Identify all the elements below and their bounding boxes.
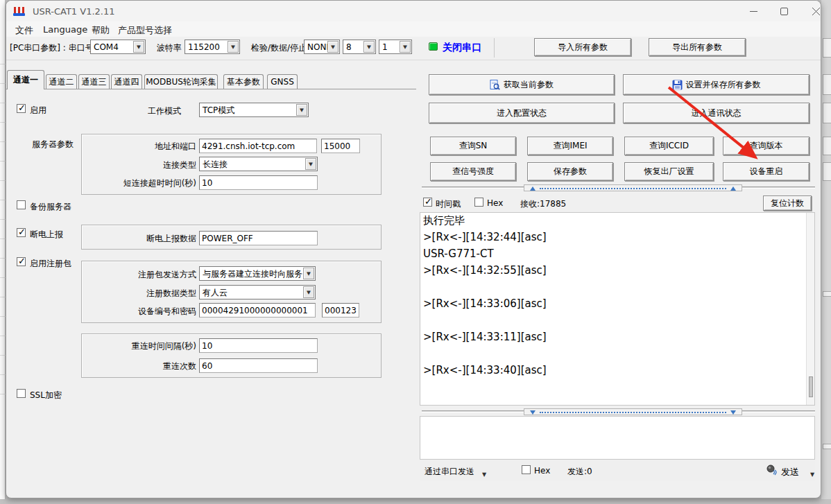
export-all-params-button[interactable]: 导出所有参数 (649, 38, 746, 56)
reg-mode-select[interactable]: 与服务器建立连接时向服务 (199, 266, 316, 281)
parity-select[interactable]: NONI (304, 40, 340, 54)
title-bar: USR-CAT1 V1.2.11 (6, 1, 821, 21)
enable-label: 启用 (30, 105, 46, 116)
reconnect-count-label: 重连次数 (113, 360, 196, 372)
chevron-down-icon[interactable] (327, 41, 339, 53)
log-hex-label: Hex (487, 198, 503, 208)
toolbar-separator (494, 38, 495, 58)
log-line (423, 314, 798, 331)
tab-channel-4[interactable]: 通道四 (111, 74, 142, 89)
query-imei-button[interactable]: 查询IMEI (527, 137, 613, 155)
recv-count: 接收:17885 (520, 198, 566, 210)
reconnect-interval-label: 重连时间间隔(秒) (113, 340, 196, 352)
maximize-button[interactable] (772, 3, 796, 19)
ssl-checkbox[interactable] (17, 389, 26, 398)
log-splitter-handle[interactable] (524, 184, 742, 191)
chevron-down-icon[interactable] (296, 104, 307, 116)
query-iccid-button[interactable]: 查询ICCID (624, 137, 714, 155)
chevron-down-icon[interactable] (303, 286, 314, 298)
send-button[interactable]: 发送 (781, 466, 799, 478)
address-port-label: 地址和端口 (113, 141, 196, 153)
set-save-all-params-button[interactable]: 设置并保存所有参数 (623, 74, 809, 95)
collapse-up-icon (730, 186, 736, 191)
background-window-sliver (0, 0, 6, 499)
chevron-down-icon[interactable] (482, 466, 486, 479)
floppy-save-icon (672, 80, 683, 90)
enter-comm-state-button[interactable]: 进入通讯状态 (623, 103, 809, 123)
reg-mode-label: 注册包发送方式 (113, 269, 196, 281)
tab-basic-params[interactable]: 基本参数 (223, 74, 264, 89)
tab-channel-3[interactable]: 通道三 (78, 74, 110, 89)
device-pwd-input[interactable] (322, 303, 359, 318)
chevron-down-icon[interactable] (810, 466, 814, 479)
reg-pack-checkbox[interactable] (17, 257, 26, 266)
work-mode-select[interactable]: TCP模式 (199, 103, 309, 117)
reg-type-select[interactable]: 有人云 (199, 285, 316, 299)
short-timeout-input[interactable] (199, 175, 318, 190)
power-report-label: 断电上报 (30, 229, 63, 241)
tab-modbus[interactable]: MODBUS轮询采集 (144, 74, 218, 89)
reconnect-interval-input[interactable] (199, 338, 318, 353)
enable-checkbox[interactable] (17, 104, 26, 113)
window-title: USR-CAT1 V1.2.11 (33, 6, 115, 17)
send-via-serial-dropdown[interactable]: 通过串口发送 (425, 466, 474, 478)
device-id-input[interactable] (199, 303, 316, 318)
tab-gnss[interactable]: GNSS (267, 74, 298, 89)
close-port-button[interactable]: 关闭串口 (443, 42, 481, 54)
query-version-button[interactable]: 查询版本 (723, 137, 809, 155)
menu-language[interactable]: Language (40, 24, 90, 35)
log-scrollbar[interactable] (806, 213, 814, 405)
chevron-down-icon[interactable] (305, 158, 316, 170)
log-line (423, 347, 798, 364)
chevron-down-icon[interactable] (303, 268, 314, 279)
data-bits-select[interactable]: 8 (343, 40, 376, 54)
power-data-input[interactable] (199, 231, 318, 245)
chevron-down-icon[interactable] (400, 41, 411, 53)
chevron-down-icon[interactable] (228, 41, 239, 53)
import-all-params-button[interactable]: 导入所有参数 (534, 38, 631, 56)
close-button[interactable] (804, 3, 828, 19)
menu-file[interactable]: 文件 (12, 24, 36, 37)
tab-channel-1[interactable]: 通道一 (7, 70, 44, 89)
reg-type-label: 注册数据类型 (113, 288, 196, 299)
stop-bits-select[interactable]: 1 (379, 40, 412, 54)
timestamp-label: 时间戳 (436, 198, 461, 210)
query-signal-button[interactable]: 查信号强度 (430, 162, 516, 181)
log-line: USR-G771-CT (423, 247, 798, 264)
menu-product-model[interactable]: 产品型号选择 (115, 24, 175, 37)
collapse-down-icon (530, 410, 536, 415)
short-timeout-label: 短连接超时时间(秒) (113, 177, 196, 189)
send-input-area[interactable] (420, 416, 815, 460)
enter-config-state-button[interactable]: 进入配置状态 (429, 103, 615, 123)
save-params-button[interactable]: 保存参数 (527, 162, 613, 181)
com-port-select[interactable]: COM4 (90, 40, 146, 54)
device-id-label: 设备编号和密码 (113, 306, 196, 318)
send-hex-checkbox[interactable] (522, 465, 531, 474)
query-sn-button[interactable]: 查询SN (430, 137, 516, 155)
tab-channel-2[interactable]: 通道二 (46, 74, 77, 89)
background-clipped-buttons (821, 0, 831, 499)
log-line: >[Rx<-][14:32:44][asc] (423, 231, 798, 247)
chevron-down-icon[interactable] (363, 41, 375, 53)
chevron-down-icon[interactable] (133, 41, 144, 53)
server-address-input[interactable] (199, 139, 317, 153)
factory-reset-button[interactable]: 恢复出厂设置 (624, 162, 714, 181)
device-reboot-button[interactable]: 设备重启 (723, 162, 809, 181)
receive-log[interactable]: 执行完毕 >[Rx<-][14:32:44][asc] USR-G771-CT … (420, 212, 815, 406)
send-splitter-handle[interactable] (524, 408, 742, 415)
scrollbar-thumb[interactable] (809, 376, 813, 397)
log-line: >[Rx<-][14:33:11][asc] (423, 331, 798, 347)
minimize-button[interactable] (742, 3, 765, 19)
log-hex-checkbox[interactable] (474, 198, 483, 207)
baud-rate-select[interactable]: 115200 (185, 40, 240, 54)
tab-baseline (6, 89, 416, 89)
server-port-input[interactable] (321, 139, 360, 153)
power-report-checkbox[interactable] (17, 228, 26, 237)
conn-type-select[interactable]: 长连接 (199, 157, 318, 171)
get-current-params-button[interactable]: 获取当前参数 (429, 74, 615, 95)
timestamp-checkbox[interactable] (423, 198, 432, 207)
menu-help[interactable]: 帮助 (89, 24, 112, 37)
backup-server-checkbox[interactable] (17, 200, 26, 209)
reset-count-button[interactable]: 复位计数 (763, 195, 812, 211)
reconnect-count-input[interactable] (199, 358, 318, 373)
